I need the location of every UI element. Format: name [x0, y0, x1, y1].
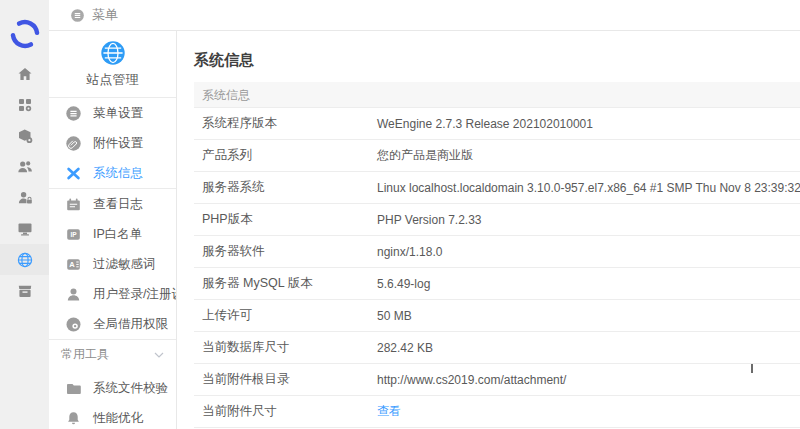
app-cube-icon[interactable] [0, 120, 49, 151]
sidebar-item-global-permissions[interactable]: 全局借用权限 [49, 309, 176, 339]
globe-icon [100, 40, 126, 66]
chevron-down-icon [154, 352, 164, 358]
view-attachment-size-link[interactable]: 查看 [377, 404, 401, 418]
journal-icon [65, 196, 82, 213]
folder-icon [65, 380, 82, 397]
user-icon [65, 286, 82, 303]
sidebar: 站点管理 菜单设置 附件设置 系统信息 查看日志 IP IP白名单 A 过滤敏感… [49, 31, 177, 429]
system-info-panel: 系统信息 系统程序版本 WeEngine 2.7.3 Release 20210… [194, 82, 800, 428]
sidebar-item-label: 附件设置 [93, 135, 143, 152]
home-icon[interactable] [0, 58, 49, 89]
sidebar-item-label: 菜单设置 [93, 105, 143, 122]
sidebar-item-label: 过滤敏感词 [93, 256, 156, 273]
sidebar-item-label: 全局借用权限 [93, 316, 168, 333]
row-label: 服务器软件 [194, 243, 377, 260]
menu-toggle-icon[interactable] [70, 8, 85, 23]
user-lock-icon[interactable] [0, 182, 49, 213]
tools-icon [65, 165, 82, 182]
menu-group-2: 查看日志 IP IP白名单 A 过滤敏感词 用户登录/注册设置 全局借用权限 [49, 189, 176, 340]
sidebar-item-label: 用户登录/注册设置 [93, 286, 177, 303]
tools-group: 系统文件校验 性能优化 [49, 369, 176, 429]
row-label: 系统程序版本 [194, 115, 377, 132]
table-row: 当前附件根目录 http://www.cs2019.com/attachment… [194, 364, 800, 396]
row-label: PHP版本 [194, 211, 377, 228]
sidebar-header-label: 站点管理 [87, 71, 139, 89]
table-row: 服务器 MySQL 版本 5.6.49-log [194, 268, 800, 300]
panel-header: 系统信息 [194, 82, 800, 108]
table-row: 当前附件尺寸 查看 [194, 396, 800, 428]
row-label: 当前附件根目录 [194, 371, 377, 388]
row-value: 282.42 KB [377, 341, 433, 355]
globe-icon[interactable] [0, 244, 49, 275]
row-value: PHP Version 7.2.33 [377, 213, 482, 227]
main-content: 系统信息 系统信息 系统程序版本 WeEngine 2.7.3 Release … [177, 31, 800, 429]
svg-text:IP: IP [70, 231, 77, 238]
sidebar-item-label: IP白名单 [93, 226, 142, 243]
row-value: http://www.cs2019.com/attachment/ [377, 373, 566, 387]
row-value: 5.6.49-log [377, 277, 430, 291]
icon-rail [0, 0, 49, 429]
table-row: PHP版本 PHP Version 7.2.33 [194, 204, 800, 236]
menu-label[interactable]: 菜单 [92, 6, 118, 24]
sidebar-item-performance[interactable]: 性能优化 [49, 403, 176, 429]
bell-icon [65, 410, 82, 427]
monitor-icon[interactable] [0, 213, 49, 244]
sidebar-header-site-management[interactable]: 站点管理 [49, 31, 176, 98]
section-common-tools[interactable]: 常用工具 [49, 340, 176, 369]
table-row: 服务器软件 nginx/1.18.0 [194, 236, 800, 268]
table-row: 上传许可 50 MB [194, 300, 800, 332]
menu-group-1: 菜单设置 附件设置 系统信息 [49, 98, 176, 189]
row-value: Linux localhost.localdomain 3.10.0-957.e… [377, 181, 800, 195]
sidebar-item-label: 性能优化 [93, 410, 143, 427]
table-row: 产品系列 您的产品是商业版 [194, 140, 800, 172]
sidebar-item-filter-words[interactable]: A 过滤敏感词 [49, 249, 176, 279]
paperclip-icon [65, 135, 82, 152]
sidebar-item-view-logs[interactable]: 查看日志 [49, 189, 176, 219]
sidebar-item-ip-whitelist[interactable]: IP IP白名单 [49, 219, 176, 249]
topbar: 菜单 [49, 0, 800, 31]
permission-icon [65, 316, 82, 333]
users-icon[interactable] [0, 151, 49, 182]
menu-circle-icon [65, 105, 82, 122]
row-value: 您的产品是商业版 [377, 147, 473, 164]
filter-words-icon: A [65, 256, 82, 273]
row-value: 50 MB [377, 309, 412, 323]
sidebar-item-user-login-settings[interactable]: 用户登录/注册设置 [49, 279, 176, 309]
row-value: WeEngine 2.7.3 Release 202102010001 [377, 117, 593, 131]
row-label: 服务器系统 [194, 179, 377, 196]
sidebar-item-label: 系统信息 [93, 165, 143, 182]
sidebar-item-system-info[interactable]: 系统信息 [49, 158, 176, 188]
table-row: 系统程序版本 WeEngine 2.7.3 Release 2021020100… [194, 108, 800, 140]
archive-box-icon[interactable] [0, 275, 49, 306]
sidebar-item-file-verify[interactable]: 系统文件校验 [49, 373, 176, 403]
sidebar-item-label: 系统文件校验 [93, 380, 168, 397]
row-value: nginx/1.18.0 [377, 245, 442, 259]
weengine-logo-icon[interactable] [10, 19, 40, 49]
modules-icon[interactable] [0, 89, 49, 120]
row-label: 当前数据库尺寸 [194, 339, 377, 356]
table-row: 服务器系统 Linux localhost.localdomain 3.10.0… [194, 172, 800, 204]
text-caret-artifact [751, 364, 753, 373]
sidebar-item-menu-settings[interactable]: 菜单设置 [49, 98, 176, 128]
table-row: 当前数据库尺寸 282.42 KB [194, 332, 800, 364]
svg-text:A: A [69, 260, 75, 269]
row-value: 查看 [377, 403, 401, 420]
ip-badge-icon: IP [65, 226, 82, 243]
row-label: 当前附件尺寸 [194, 403, 377, 420]
sidebar-item-attachment-settings[interactable]: 附件设置 [49, 128, 176, 158]
section-label: 常用工具 [61, 346, 109, 363]
row-label: 上传许可 [194, 307, 377, 324]
page-title: 系统信息 [194, 51, 800, 69]
row-label: 产品系列 [194, 147, 377, 164]
sidebar-item-label: 查看日志 [93, 196, 143, 213]
row-label: 服务器 MySQL 版本 [194, 275, 377, 292]
